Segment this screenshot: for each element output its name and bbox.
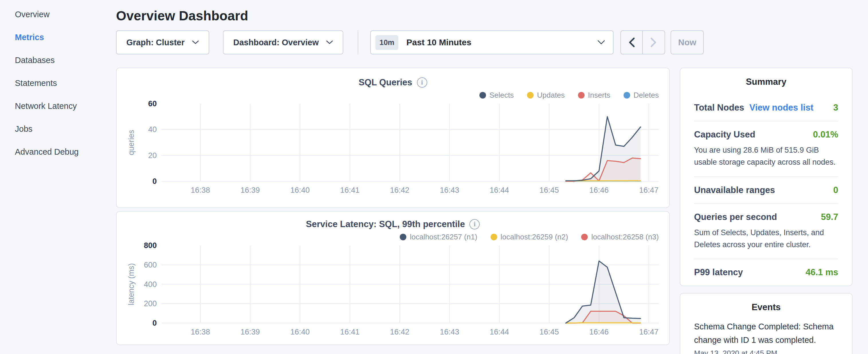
legend-dot: [479, 92, 486, 99]
service-latency-chart[interactable]: 16:3816:3916:4016:4116:4216:4316:4416:45…: [127, 242, 659, 340]
main-content: Overview Dashboard Graph: Cluster Dashbo…: [115, 0, 868, 354]
legend-dot: [578, 92, 585, 99]
svg-text:16:39: 16:39: [241, 328, 260, 336]
legend-dot: [400, 234, 406, 240]
events-title: Events: [694, 302, 838, 313]
dashboard-body: SQL Queries i Selects Updates Inserts De…: [116, 68, 852, 354]
legend-dot: [527, 92, 534, 99]
graph-scope-dropdown[interactable]: Graph: Cluster: [116, 30, 209, 55]
legend-label: Updates: [537, 91, 565, 100]
now-button[interactable]: Now: [671, 30, 704, 55]
chart-legend: localhost:26257 (n1) localhost:26259 (n2…: [127, 232, 659, 242]
info-icon[interactable]: i: [417, 77, 427, 88]
summary-row-total-nodes: Total Nodes View nodes list 3: [694, 95, 838, 122]
sidebar-item-databases[interactable]: Databases: [15, 49, 115, 72]
sql-queries-chart[interactable]: 16:3816:3916:4016:4116:4216:4316:4416:45…: [127, 100, 659, 198]
event-list-item[interactable]: Schema Change Completed: Schema change w…: [694, 320, 838, 354]
legend-item: Deletes: [624, 91, 659, 100]
sidebar-item-label: Databases: [15, 56, 55, 65]
svg-text:16:44: 16:44: [490, 186, 509, 194]
summary-row-subtext: You are using 28.6 MiB of 515.9 GiB usab…: [694, 144, 838, 168]
controls-divider: [358, 30, 358, 55]
svg-text:0: 0: [152, 177, 157, 186]
charts-column: SQL Queries i Selects Updates Inserts De…: [116, 68, 670, 345]
svg-text:20: 20: [148, 151, 157, 160]
summary-row-label: Capacity Used: [694, 129, 755, 140]
sidebar-item-network-latency[interactable]: Network Latency: [15, 95, 115, 118]
summary-row-label: Total Nodes: [694, 102, 744, 113]
legend-item: Updates: [527, 91, 565, 100]
time-range-badge: 10m: [375, 35, 398, 50]
controls-bar: Graph: Cluster Dashboard: Overview 10m P…: [116, 30, 852, 55]
time-step-back-button[interactable]: [621, 31, 643, 54]
page-title: Overview Dashboard: [116, 8, 852, 24]
svg-text:16:42: 16:42: [390, 186, 409, 194]
sidebar-item-advanced-debug[interactable]: Advanced Debug: [15, 140, 115, 163]
svg-text:16:43: 16:43: [440, 186, 459, 194]
svg-text:16:42: 16:42: [390, 328, 409, 336]
dashboard-dropdown-label: Dashboard: Overview: [233, 38, 319, 47]
chart-title: SQL Queries: [359, 77, 412, 88]
svg-text:16:47: 16:47: [639, 186, 658, 194]
sql-queries-card: SQL Queries i Selects Updates Inserts De…: [116, 68, 670, 208]
info-icon[interactable]: i: [469, 219, 480, 229]
summary-row-label: Queries per second: [694, 212, 777, 222]
summary-row-value: 3: [833, 102, 838, 113]
svg-text:200: 200: [144, 299, 157, 308]
legend-item: localhost:26258 (n3): [581, 232, 659, 242]
legend-label: localhost:26257 (n1): [410, 232, 477, 242]
svg-text:16:45: 16:45: [539, 328, 559, 336]
sidebar-item-jobs[interactable]: Jobs: [15, 118, 115, 140]
sidebar-item-statements[interactable]: Statements: [15, 72, 115, 95]
legend-dot: [624, 92, 630, 99]
summary-title: Summary: [694, 77, 838, 87]
legend-dot: [581, 234, 588, 240]
time-step-forward-button[interactable]: [643, 31, 664, 54]
sidebar-item-label: Jobs: [15, 124, 32, 134]
summary-row-queries-per-second: Queries per second 59.7 Sum of Selects, …: [694, 204, 838, 259]
time-range-picker[interactable]: 10m Past 10 Minutes: [370, 30, 614, 55]
sidebar-item-label: Advanced Debug: [15, 147, 79, 157]
svg-text:16:45: 16:45: [539, 186, 559, 194]
svg-text:16:46: 16:46: [589, 186, 609, 194]
legend-label: Inserts: [588, 91, 610, 100]
sidebar: Overview Metrics Databases Statements Ne…: [0, 0, 115, 354]
chevron-left-icon: [628, 37, 635, 47]
sidebar-item-label: Metrics: [15, 33, 44, 42]
sidebar-item-label: Overview: [15, 10, 50, 19]
svg-text:16:46: 16:46: [589, 328, 609, 336]
summary-row-value: 0.01%: [813, 129, 838, 140]
legend-item: localhost:26257 (n1): [400, 232, 477, 242]
legend-label: Selects: [490, 91, 514, 100]
svg-text:400: 400: [144, 280, 157, 289]
summary-row-label: P99 latency: [694, 267, 743, 278]
time-range-label: Past 10 Minutes: [406, 37, 471, 47]
time-step-buttons: [620, 30, 665, 55]
svg-text:60: 60: [148, 100, 157, 108]
sidebar-item-metrics[interactable]: Metrics: [15, 26, 115, 49]
legend-label: localhost:26259 (n2): [501, 232, 568, 242]
sidebar-item-label: Network Latency: [15, 101, 77, 111]
svg-text:16:43: 16:43: [440, 328, 459, 336]
svg-text:16:40: 16:40: [290, 328, 310, 336]
legend-dot: [491, 234, 497, 240]
sidebar-item-overview[interactable]: Overview: [15, 3, 115, 26]
chevron-down-icon: [326, 40, 333, 44]
summary-row-p99-latency: P99 latency 46.1 ms: [694, 259, 838, 286]
svg-text:latency (ms): latency (ms): [127, 263, 135, 305]
summary-row-label: Unavailable ranges: [694, 185, 775, 195]
chevron-right-icon: [651, 37, 657, 47]
svg-text:queries: queries: [127, 130, 135, 155]
svg-text:16:41: 16:41: [340, 328, 360, 336]
svg-text:0: 0: [152, 319, 157, 327]
svg-text:16:40: 16:40: [290, 186, 310, 194]
chevron-down-icon: [597, 40, 605, 45]
events-panel: Events Schema Change Completed: Schema c…: [680, 293, 852, 354]
svg-text:16:41: 16:41: [340, 186, 360, 194]
right-column: Summary Total Nodes View nodes list 3 Ca…: [680, 68, 852, 354]
dashboard-dropdown[interactable]: Dashboard: Overview: [223, 30, 343, 55]
summary-row-value: 0: [833, 185, 838, 195]
view-nodes-list-link[interactable]: View nodes list: [749, 102, 813, 113]
summary-row-value: 46.1 ms: [806, 267, 838, 278]
event-text: Schema Change Completed: Schema change w…: [694, 320, 838, 347]
